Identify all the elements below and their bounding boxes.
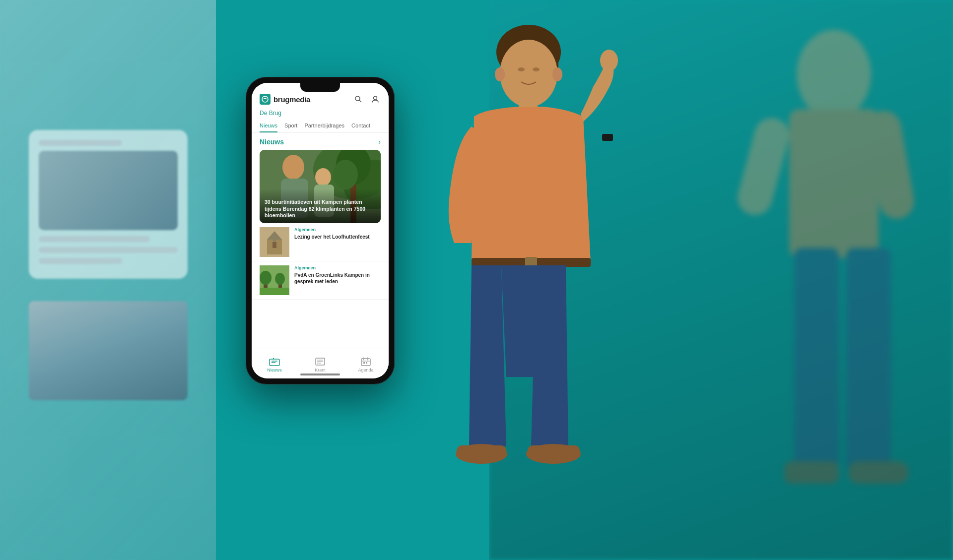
article-thumb-1 (260, 227, 289, 257)
krant-nav-icon (315, 357, 326, 366)
svg-rect-4 (794, 248, 839, 471)
app-nav: Nieuws Sport Partnerbijdrages Contact (252, 120, 389, 133)
svg-point-31 (282, 155, 304, 180)
nav-item-sport[interactable]: Sport (284, 120, 297, 132)
nav-item-contact[interactable]: Contact (351, 120, 370, 132)
bottom-nav-agenda[interactable]: Agenda (343, 355, 389, 373)
nav-item-nieuws[interactable]: Nieuws (260, 120, 277, 132)
home-indicator (300, 373, 340, 375)
hero-article-title: 30 buurtinitiatieven uit Kampen planten … (265, 199, 376, 219)
article-category-1: Algemeen (294, 227, 381, 232)
app-subtitle: De Brug (252, 109, 389, 120)
svg-rect-3 (734, 114, 793, 219)
article-item-1[interactable]: Algemeen Lezing over het Loofhuttenfeest (252, 223, 389, 261)
section-header: Nieuws › (252, 133, 389, 150)
svg-point-12 (600, 50, 618, 71)
main-area: brugmedia (216, 0, 705, 560)
hero-overlay: 30 buurtinitiatieven uit Kampen planten … (260, 189, 381, 223)
svg-point-23 (552, 67, 562, 81)
nieuws-nav-icon (269, 357, 280, 366)
bottom-nav-nieuws[interactable]: Nieuws (252, 355, 297, 373)
svg-rect-48 (260, 288, 289, 295)
svg-point-0 (797, 30, 871, 119)
hero-image: 30 buurtinitiatieven uit Kampen planten … (260, 150, 381, 223)
article-thumb-2 (260, 265, 289, 295)
phone-screen: brugmedia (252, 83, 389, 378)
svg-point-20 (518, 67, 525, 71)
phone-container: brugmedia (246, 77, 395, 384)
person-figure (385, 0, 648, 560)
left-blurred-panel (0, 0, 216, 560)
app-header-icons (353, 94, 381, 105)
svg-point-45 (260, 271, 272, 285)
svg-line-26 (359, 100, 361, 102)
svg-rect-7 (849, 461, 908, 484)
section-title: Nieuws (260, 138, 284, 146)
brugmedia-logo-icon (260, 94, 271, 105)
svg-rect-57 (361, 359, 370, 366)
svg-point-22 (495, 67, 505, 81)
svg-point-27 (374, 96, 377, 100)
article-info-1: Algemeen Lezing over het Loofhuttenfeest (294, 227, 381, 240)
krant-nav-label: Krant (315, 368, 326, 373)
app-logo: brugmedia (260, 94, 310, 105)
user-icon[interactable] (370, 94, 381, 105)
svg-point-47 (275, 273, 285, 285)
article-category-2: Algemeen (294, 265, 381, 270)
svg-rect-41 (272, 242, 276, 248)
svg-point-24 (262, 96, 268, 102)
svg-rect-61 (363, 362, 365, 364)
search-icon[interactable] (353, 94, 364, 105)
nav-item-partnerbijdrages[interactable]: Partnerbijdrages (304, 120, 344, 132)
phone-frame: brugmedia (246, 77, 395, 384)
svg-point-37 (333, 160, 358, 189)
agenda-nav-label: Agenda (358, 368, 373, 373)
svg-rect-18 (528, 445, 580, 455)
svg-marker-52 (272, 358, 274, 359)
svg-point-21 (533, 67, 540, 71)
svg-rect-16 (457, 445, 506, 455)
svg-rect-42 (273, 235, 276, 242)
phone-notch (300, 83, 340, 92)
article-info-2: Algemeen PvdA en GroenLinks Kampen in ge… (294, 265, 381, 285)
app-logo-text: brugmedia (273, 95, 310, 104)
agenda-nav-icon (360, 357, 371, 366)
bottom-nav-krant[interactable]: Krant (297, 355, 343, 373)
svg-point-10 (500, 40, 557, 107)
svg-rect-62 (366, 362, 367, 364)
hero-article[interactable]: 30 buurtinitiatieven uit Kampen planten … (260, 150, 381, 223)
section-arrow-icon[interactable]: › (378, 138, 381, 146)
svg-rect-6 (784, 461, 839, 484)
svg-rect-19 (602, 134, 613, 141)
svg-rect-1 (789, 109, 879, 258)
article-title-2: PvdA en GroenLinks Kampen in gesprek met… (294, 272, 381, 285)
article-title-1: Lezing over het Loofhuttenfeest (294, 234, 381, 240)
svg-rect-5 (846, 248, 891, 471)
article-item-2[interactable]: Algemeen PvdA en GroenLinks Kampen in ge… (252, 261, 389, 300)
svg-point-33 (315, 168, 331, 186)
nieuws-nav-label: Nieuws (267, 368, 282, 373)
